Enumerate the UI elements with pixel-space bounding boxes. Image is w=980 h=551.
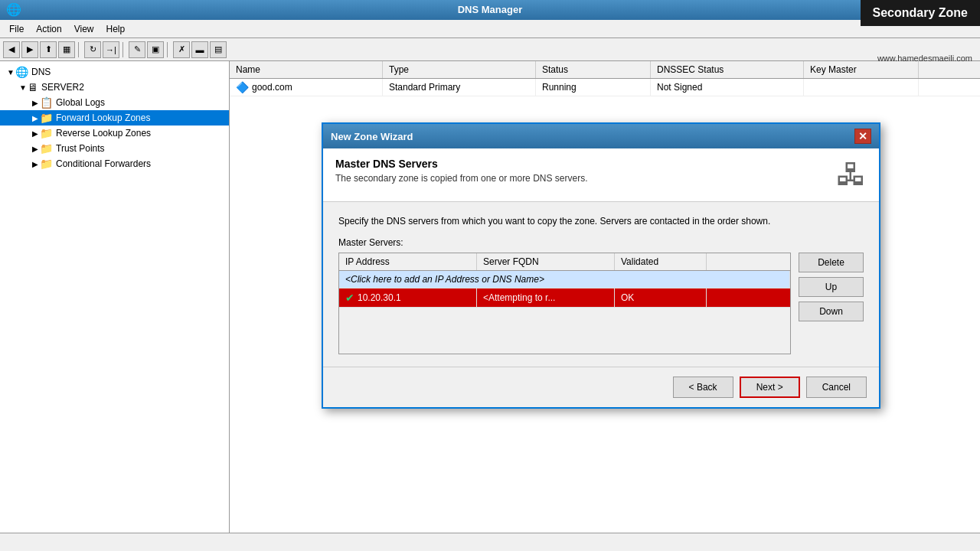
tree-global-logs[interactable]: ▶ 📋 Global Logs bbox=[0, 95, 229, 110]
dialog-title: New Zone Wizard bbox=[331, 131, 413, 142]
row-type: Standard Primary bbox=[383, 79, 536, 96]
server-fqdn: <Attempting to r... bbox=[477, 289, 615, 307]
menu-action[interactable]: Action bbox=[30, 22, 67, 36]
left-panel: ▼ 🌐 DNS ▼ 🖥 SERVER2 ▶ 📋 Global Logs ▶ 📁 … bbox=[0, 61, 230, 533]
tree-reverse-label: Reverse Lookup Zones bbox=[56, 128, 151, 139]
dialog-close-button[interactable]: ✕ bbox=[854, 129, 871, 144]
server-ip: ✔ 10.20.30.1 bbox=[339, 289, 477, 307]
servers-table-container: IP Address Server FQDN Validated <Click … bbox=[338, 253, 864, 354]
tree-trust-points[interactable]: ▶ 📁 Trust Points bbox=[0, 141, 229, 156]
website-text: www.hamedesmaeili.com bbox=[877, 54, 972, 63]
app-title: DNS Manager bbox=[458, 3, 523, 17]
tree-conditional-expand[interactable]: ▶ bbox=[31, 160, 40, 168]
tree-dns-expand[interactable]: ▼ bbox=[6, 68, 15, 77]
col-dnssec: DNSSEC Status bbox=[651, 61, 804, 78]
row-name: 🔷 good.com bbox=[230, 79, 383, 96]
status-bar bbox=[0, 533, 980, 551]
toolbar-forward[interactable]: ▶ bbox=[21, 41, 38, 58]
toolbar-refresh[interactable]: ↻ bbox=[84, 41, 101, 58]
col-status: Status bbox=[536, 61, 651, 78]
dialog-section-description: The secondary zone is copied from one or… bbox=[335, 173, 587, 184]
server-row-1[interactable]: ✔ 10.20.30.1 <Attempting to r... OK bbox=[339, 289, 790, 308]
tree-trust-label: Trust Points bbox=[56, 143, 105, 154]
server-validated: OK bbox=[615, 289, 707, 307]
menu-file[interactable]: File bbox=[3, 22, 30, 36]
st-col-ip: IP Address bbox=[339, 253, 477, 270]
row-status: Running bbox=[536, 79, 651, 96]
dialog-section-title: Master DNS Servers bbox=[335, 158, 587, 170]
tree-server2[interactable]: ▼ 🖥 SERVER2 bbox=[0, 80, 229, 95]
toolbar-export[interactable]: →| bbox=[103, 41, 119, 58]
toolbar-minus[interactable]: ▬ bbox=[191, 41, 208, 58]
server-graphic-icon: 🖧 bbox=[836, 158, 867, 192]
row-dnssec: Not Signed bbox=[651, 79, 804, 96]
servers-table-empty-space bbox=[339, 308, 790, 354]
table-row[interactable]: 🔷 good.com Standard Primary Running Not … bbox=[230, 79, 980, 96]
tree-forward-label: Forward Lookup Zones bbox=[56, 112, 150, 123]
back-button[interactable]: < Back bbox=[673, 377, 733, 398]
menu-view[interactable]: View bbox=[68, 22, 100, 36]
dialog-footer: < Back Next > Cancel bbox=[323, 367, 879, 407]
conditional-forwarders-icon: 📁 bbox=[40, 158, 53, 170]
toolbar-delete[interactable]: ✗ bbox=[173, 41, 190, 58]
tree-conditional-forwarders[interactable]: ▶ 📁 Conditional Forwarders bbox=[0, 156, 229, 171]
col-type: Type bbox=[383, 61, 536, 78]
tree-forward-lookup[interactable]: ▶ 📁 Forward Lookup Zones bbox=[0, 110, 229, 126]
toolbar-show[interactable]: ▦ bbox=[58, 41, 75, 58]
zone-icon: 🔷 bbox=[236, 81, 249, 93]
tree-reverse-lookup[interactable]: ▶ 📁 Reverse Lookup Zones bbox=[0, 126, 229, 141]
toolbar-properties[interactable]: ▣ bbox=[147, 41, 164, 58]
tree-global-logs-expand[interactable]: ▶ bbox=[31, 99, 40, 107]
delete-button[interactable]: Delete bbox=[799, 253, 864, 272]
dialog-content: Master DNS Servers The secondary zone is… bbox=[323, 148, 879, 407]
global-logs-icon: 📋 bbox=[40, 96, 53, 109]
dialog-body: Specify the DNS servers from which you w… bbox=[323, 202, 879, 367]
servers-table: IP Address Server FQDN Validated <Click … bbox=[338, 253, 791, 354]
up-button[interactable]: Up bbox=[799, 277, 864, 297]
row-keymaster bbox=[804, 79, 919, 96]
down-button[interactable]: Down bbox=[799, 302, 864, 321]
new-zone-wizard-dialog: New Zone Wizard ✕ Master DNS Servers The… bbox=[322, 122, 880, 409]
tree-trust-expand[interactable]: ▶ bbox=[31, 145, 40, 153]
master-servers-label: Master Servers: bbox=[338, 237, 864, 248]
toolbar-back[interactable]: ◀ bbox=[3, 41, 20, 58]
col-name: Name bbox=[230, 61, 383, 78]
dialog-description: Specify the DNS servers from which you w… bbox=[338, 214, 864, 228]
reverse-lookup-icon: 📁 bbox=[40, 127, 53, 139]
trust-points-icon: 📁 bbox=[40, 142, 53, 155]
servers-table-header: IP Address Server FQDN Validated bbox=[339, 253, 790, 271]
tree-server2-expand[interactable]: ▼ bbox=[18, 83, 28, 92]
dialog-header-section: Master DNS Servers The secondary zone is… bbox=[323, 148, 879, 202]
validated-check-icon: ✔ bbox=[345, 292, 354, 304]
dialog-header-text: Master DNS Servers The secondary zone is… bbox=[335, 158, 587, 184]
toolbar-list[interactable]: ▤ bbox=[210, 41, 227, 58]
tree-dns-label: DNS bbox=[31, 67, 51, 77]
server-icon: 🖥 bbox=[28, 81, 38, 93]
toolbar-edit[interactable]: ✎ bbox=[129, 41, 145, 58]
next-button[interactable]: Next > bbox=[740, 377, 800, 398]
tree-server2-label: SERVER2 bbox=[41, 82, 84, 93]
menu-bar: File Action View Help bbox=[0, 20, 980, 38]
toolbar: ◀ ▶ ⬆ ▦ ↻ →| ✎ ▣ ✗ ▬ ▤ bbox=[0, 38, 980, 61]
server-ip-value: 10.20.30.1 bbox=[358, 292, 401, 303]
tree-dns[interactable]: ▼ 🌐 DNS bbox=[0, 64, 229, 80]
add-ip-cell[interactable]: <Click here to add an IP Address or DNS … bbox=[339, 271, 790, 288]
title-bar-icon: 🌐 bbox=[6, 3, 21, 17]
add-ip-row[interactable]: <Click here to add an IP Address or DNS … bbox=[339, 271, 790, 289]
secondary-zone-badge: Secondary Zone bbox=[861, 0, 980, 26]
st-col-fqdn: Server FQDN bbox=[477, 253, 615, 270]
tree-forward-expand[interactable]: ▶ bbox=[31, 114, 40, 122]
sep2 bbox=[122, 42, 126, 57]
table-header: Name Type Status DNSSEC Status Key Maste… bbox=[230, 61, 980, 79]
tree-conditional-label: Conditional Forwarders bbox=[56, 158, 151, 169]
menu-help[interactable]: Help bbox=[100, 22, 132, 36]
toolbar-up[interactable]: ⬆ bbox=[40, 41, 57, 58]
cancel-button[interactable]: Cancel bbox=[806, 377, 867, 398]
col-keymaster: Key Master bbox=[804, 61, 919, 78]
tree-reverse-expand[interactable]: ▶ bbox=[31, 129, 40, 138]
forward-lookup-icon: 📁 bbox=[40, 112, 53, 124]
sep3 bbox=[167, 42, 170, 57]
dns-icon: 🌐 bbox=[15, 66, 28, 78]
dialog-titlebar: New Zone Wizard ✕ bbox=[323, 124, 879, 148]
sep1 bbox=[78, 42, 81, 57]
